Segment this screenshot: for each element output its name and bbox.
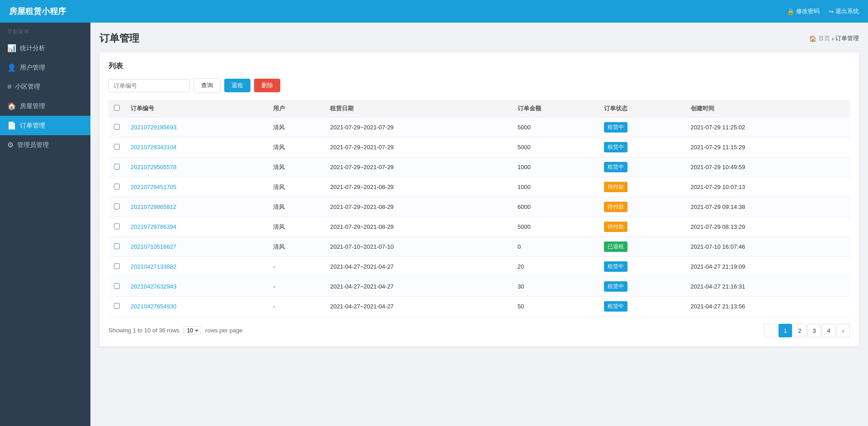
row-checkbox[interactable]: [114, 243, 120, 249]
page-4-button[interactable]: 4: [822, 324, 835, 337]
search-button[interactable]: 查询: [193, 78, 221, 93]
row-checkbox[interactable]: [114, 144, 120, 150]
rows-per-page-label: rows per page: [205, 327, 242, 334]
app-header: 房屋租赁小程序 🔒 修改密码 ↪ 退出系统: [0, 0, 868, 23]
created-time-cell: 2021-07-29 10:07:13: [685, 177, 850, 197]
page-2-button[interactable]: 2: [793, 324, 807, 337]
row-checkbox[interactable]: [114, 303, 120, 309]
breadcrumb-home-icon: 🏠: [809, 35, 816, 42]
status-badge: 租赁中: [604, 142, 627, 152]
row-checkbox-cell[interactable]: [108, 237, 125, 257]
sidebar-item-community[interactable]: ≡ 小区管理: [0, 77, 90, 96]
created-time-cell: 2021-07-10 16:07:46: [685, 237, 850, 257]
col-rent-date: 租赁日期: [325, 100, 512, 118]
user-icon: 👤: [7, 63, 16, 72]
col-created-time: 创建时间: [685, 100, 850, 118]
status-cell: 租赁中: [599, 137, 685, 157]
stats-icon: 📊: [7, 44, 16, 52]
refund-button[interactable]: 退租: [224, 79, 250, 92]
row-checkbox-cell[interactable]: [108, 277, 125, 297]
order-no-link[interactable]: 20210710516627: [131, 243, 176, 250]
row-checkbox-cell[interactable]: [108, 257, 125, 277]
select-all-checkbox[interactable]: [114, 105, 120, 111]
rent-date-cell: 2021-04-27~2021-04-27: [325, 277, 512, 297]
order-no-link[interactable]: 20210729865812: [131, 204, 176, 210]
logout-button[interactable]: ↪ 退出系统: [829, 7, 859, 15]
table-header-row: 订单编号 用户 租赁日期 订单金额 订单状态 创建时间: [108, 100, 850, 118]
housing-icon: 🏠: [7, 102, 16, 110]
table-row: 20210729343104 清风 2021-07-29~2021-07-29 …: [108, 137, 850, 157]
next-page-button[interactable]: ›: [836, 324, 850, 337]
status-cell: 租赁中: [599, 297, 685, 317]
row-checkbox-cell[interactable]: [108, 137, 125, 157]
sidebar-item-housing[interactable]: 🏠 房屋管理: [0, 96, 90, 116]
order-no-cell: 20210710516627: [125, 237, 268, 257]
prev-page-button[interactable]: ‹: [764, 324, 778, 337]
admins-icon: ⚙: [7, 141, 14, 149]
sidebar-item-housing-label: 房屋管理: [20, 102, 45, 110]
change-password-button[interactable]: 🔒 修改密码: [787, 7, 820, 15]
breadcrumb-area: 订单管理 🏠 首页 › 订单管理: [99, 32, 859, 45]
delete-button[interactable]: 删除: [254, 79, 280, 92]
header-actions: 🔒 修改密码 ↪ 退出系统: [787, 7, 859, 15]
row-checkbox-cell[interactable]: [108, 217, 125, 237]
table-row: 20210427632943 - 2021-04-27~2021-04-27 3…: [108, 277, 850, 297]
sidebar-item-orders-label: 订单管理: [20, 122, 45, 130]
user-cell: -: [268, 257, 325, 277]
page-1-button[interactable]: 1: [778, 324, 792, 337]
order-no-link[interactable]: 20210729185693: [131, 124, 176, 131]
header-select-all[interactable]: [108, 100, 125, 118]
col-order-no: 订单编号: [125, 100, 268, 118]
app-title: 房屋租赁小程序: [9, 6, 66, 17]
row-checkbox-cell[interactable]: [108, 157, 125, 177]
order-no-cell: 20210729865812: [125, 197, 268, 217]
row-checkbox[interactable]: [114, 263, 120, 269]
status-cell: 租赁中: [599, 157, 685, 177]
user-cell: 清风: [268, 217, 325, 237]
amount-cell: 0: [512, 237, 599, 257]
rows-per-page-select[interactable]: 10 20 50: [184, 326, 201, 335]
row-checkbox-cell[interactable]: [108, 118, 125, 137]
sidebar-item-orders[interactable]: 📄 订单管理: [0, 116, 90, 135]
status-badge: 租赁中: [604, 301, 627, 312]
row-checkbox[interactable]: [114, 204, 120, 209]
row-checkbox-cell[interactable]: [108, 197, 125, 217]
search-input[interactable]: [108, 79, 190, 92]
sidebar-item-users[interactable]: 👤 用户管理: [0, 58, 90, 77]
order-no-link[interactable]: 20210427854930: [131, 303, 176, 310]
status-badge: 租赁中: [604, 162, 627, 172]
sidebar-section-label: 导航菜单: [0, 23, 90, 38]
order-no-link[interactable]: 20210729343104: [131, 144, 176, 151]
order-no-link[interactable]: 20210427133882: [131, 263, 176, 270]
rent-date-cell: 2021-07-29~2021-08-29: [325, 197, 512, 217]
page-3-button[interactable]: 3: [807, 324, 821, 337]
col-user: 用户: [268, 100, 325, 118]
status-badge: 待付款: [604, 182, 627, 192]
order-no-link[interactable]: 20210427632943: [131, 283, 176, 290]
card-title: 列表: [108, 62, 850, 71]
created-time-cell: 2021-04-27 21:16:31: [685, 277, 850, 297]
sidebar-item-stats[interactable]: 📊 统计分析: [0, 38, 90, 58]
row-checkbox-cell[interactable]: [108, 297, 125, 317]
order-no-link[interactable]: 20210729505578: [131, 164, 176, 170]
rent-date-cell: 2021-07-10~2021-07-10: [325, 237, 512, 257]
order-no-link[interactable]: 20210729451705: [131, 184, 176, 190]
row-checkbox[interactable]: [114, 223, 120, 229]
amount-cell: 50: [512, 297, 599, 317]
row-checkbox[interactable]: [114, 283, 120, 289]
status-cell: 已退租: [599, 237, 685, 257]
rows-per-page-selector[interactable]: 10 20 50: [184, 326, 201, 335]
row-checkbox[interactable]: [114, 164, 120, 170]
row-checkbox-cell[interactable]: [108, 177, 125, 197]
sidebar-item-stats-label: 统计分析: [20, 44, 45, 52]
row-checkbox[interactable]: [114, 184, 120, 189]
user-cell: -: [268, 297, 325, 317]
order-no-link[interactable]: 20210729786394: [131, 223, 176, 230]
breadcrumb-home-link[interactable]: 首页: [818, 34, 830, 43]
created-time-cell: 2021-07-29 08:13:29: [685, 217, 850, 237]
sidebar-item-admins[interactable]: ⚙ 管理员管理: [0, 135, 90, 155]
page-title: 订单管理: [99, 32, 139, 45]
amount-cell: 6000: [512, 197, 599, 217]
user-cell: 清风: [268, 137, 325, 157]
row-checkbox[interactable]: [114, 124, 120, 130]
